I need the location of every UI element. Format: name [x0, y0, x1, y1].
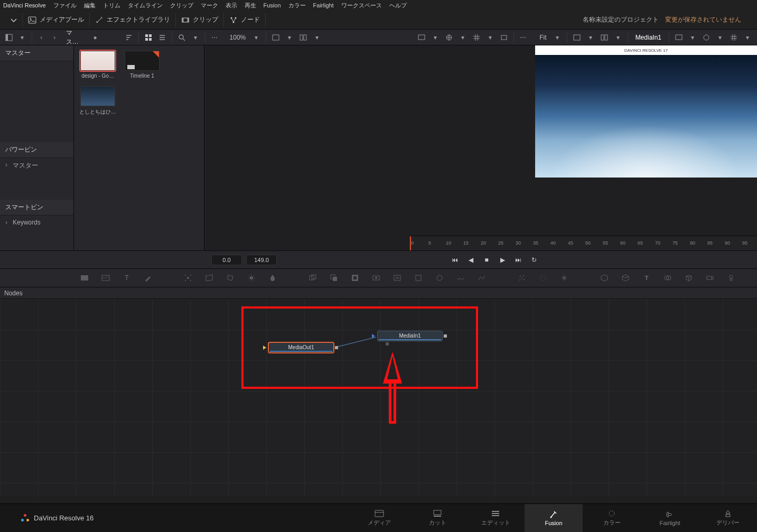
timecode-end[interactable]: 149.0 — [246, 255, 277, 265]
loop-icon[interactable]: ↻ — [529, 255, 539, 265]
blur-tool-icon[interactable] — [267, 273, 278, 283]
mask-rect-tool-icon[interactable] — [307, 273, 318, 283]
cornerpin-tool-icon[interactable] — [225, 273, 236, 283]
chevron-down-icon[interactable]: ▾ — [585, 32, 596, 43]
nav-fwd-icon[interactable]: › — [50, 32, 60, 43]
layout-icon[interactable] — [572, 32, 582, 43]
menu-file[interactable]: ファイル — [53, 2, 77, 10]
sidebar-item-master[interactable]: マスター — [0, 158, 73, 173]
page-cut[interactable]: カット — [408, 504, 466, 532]
tracker-tool-icon[interactable] — [183, 273, 193, 283]
chevron-down-icon[interactable]: ▾ — [284, 32, 295, 43]
menu-app[interactable]: DaVinci Resolve — [3, 2, 46, 8]
merge-tool-icon[interactable] — [329, 273, 339, 283]
menu-color[interactable]: カラー — [288, 2, 306, 10]
node-editor[interactable]: MediaOut1 MediaIn1 — [0, 299, 757, 497]
menu-mark[interactable]: マーク — [201, 2, 218, 10]
more-icon[interactable]: ⋯ — [210, 32, 220, 43]
transform-tool-icon[interactable] — [413, 273, 424, 283]
menu-trim[interactable]: トリム — [103, 2, 120, 10]
menu-playback[interactable]: 再生 — [245, 2, 256, 10]
grid-icon[interactable] — [728, 32, 739, 43]
chevron-down-icon[interactable]: ▾ — [485, 32, 496, 43]
node-mediain1[interactable]: MediaIn1 — [377, 331, 443, 341]
timecode-start[interactable]: 0.0 — [211, 255, 242, 265]
chevron-down-icon[interactable]: ▾ — [190, 32, 201, 43]
viewer-right[interactable]: DAVINCI RESOLVE 17 — [535, 45, 757, 178]
clip-thumbnail[interactable] — [80, 86, 115, 106]
split-icon[interactable] — [298, 32, 309, 43]
screen-icon[interactable] — [416, 32, 427, 43]
page-color[interactable]: カラー — [583, 504, 641, 532]
screen-icon[interactable] — [674, 32, 684, 43]
chevron-down-icon[interactable]: ▾ — [457, 32, 468, 43]
clip-item[interactable]: design - Go… — [79, 51, 116, 79]
chevron-down-icon[interactable]: ▾ — [17, 32, 27, 43]
sidebar-item-keywords[interactable]: Keywords — [0, 216, 73, 229]
chevron-down-icon[interactable]: ▾ — [613, 32, 623, 43]
menu-fairlight[interactable]: Fairlight — [313, 2, 334, 8]
3d-text-icon[interactable]: T — [641, 273, 652, 283]
polyline-tool-icon[interactable] — [476, 273, 487, 283]
chevron-down-icon[interactable]: ▾ — [312, 32, 322, 43]
clip-thumbnail[interactable] — [80, 51, 115, 71]
background-tool-icon[interactable] — [79, 273, 90, 283]
globe-icon[interactable] — [701, 32, 712, 43]
viewer-zoom-right[interactable]: Fit — [537, 34, 548, 41]
chevron-down-icon[interactable]: ▾ — [552, 32, 563, 43]
menu-view[interactable]: 表示 — [226, 2, 237, 10]
clip-thumbnail[interactable] — [125, 51, 160, 71]
layout-icon[interactable] — [270, 32, 281, 43]
brightness-tool-icon[interactable] — [246, 273, 257, 283]
sidebar-section-powerbin[interactable]: パワービン — [0, 142, 73, 158]
page-media[interactable]: メディア — [350, 504, 408, 532]
menu-timeline[interactable]: タイムライン — [128, 2, 163, 10]
frame-icon[interactable] — [499, 32, 509, 43]
menu-edit[interactable]: 編集 — [84, 2, 96, 10]
grid-view-icon[interactable] — [143, 32, 154, 43]
panel-layout-icon[interactable] — [4, 32, 14, 43]
go-first-icon[interactable]: ⏮ — [450, 255, 460, 265]
media-pool[interactable]: design - Go… Timeline 1 としとちはひを … — [74, 45, 204, 250]
viewer-zoom-left[interactable]: 100% — [228, 34, 248, 41]
3d-image-icon[interactable] — [599, 273, 610, 283]
particles-3-icon[interactable] — [559, 273, 569, 283]
matte-tool-icon[interactable] — [350, 273, 360, 283]
sort-icon[interactable] — [124, 32, 134, 43]
chevron-down-icon[interactable]: ▾ — [715, 32, 725, 43]
clips-toggle[interactable]: クリップ — [176, 13, 224, 27]
menu-help[interactable]: ヘルプ — [389, 2, 407, 10]
page-fusion[interactable]: Fusion — [525, 504, 583, 532]
grid-icon[interactable] — [471, 32, 482, 43]
list-view-icon[interactable] — [157, 32, 167, 43]
go-last-icon[interactable]: ⏭ — [513, 255, 523, 265]
planar-tool-icon[interactable] — [204, 273, 214, 283]
node-output-port[interactable] — [335, 346, 338, 349]
node-port[interactable] — [386, 342, 389, 346]
nodes-toggle[interactable]: ノード — [224, 13, 266, 27]
3d-camera-icon[interactable] — [705, 273, 715, 283]
menu-workspace[interactable]: ワークスペース — [341, 2, 382, 10]
particles-1-icon[interactable] — [517, 273, 527, 283]
split-icon[interactable] — [599, 32, 610, 43]
time-ruler[interactable]: 0510152025303540455055606570758085909510… — [409, 236, 757, 250]
chevron-down-icon[interactable]: ▾ — [251, 32, 261, 43]
chevron-down-icon[interactable]: ▾ — [742, 32, 753, 43]
page-deliver[interactable]: デリバー — [699, 504, 757, 532]
page-fairlight[interactable]: Fairlight — [641, 504, 699, 532]
chevron-down-icon[interactable]: ▾ — [687, 32, 698, 43]
breadcrumb[interactable]: マス… — [63, 29, 87, 46]
step-back-icon[interactable]: ◀ — [466, 255, 475, 265]
clip-item[interactable]: Timeline 1 — [124, 51, 161, 79]
play-icon[interactable]: ▶ — [498, 255, 507, 265]
mediapool-toggle[interactable]: メディアプール — [23, 13, 90, 27]
channel-tool-icon[interactable] — [371, 273, 381, 283]
sidebar-section-master[interactable]: マスター — [0, 45, 73, 61]
spline-tool-icon[interactable] — [455, 273, 466, 283]
menu-clip[interactable]: クリップ — [170, 2, 193, 10]
node-output-port[interactable] — [444, 334, 447, 338]
chevron-down-icon[interactable]: ▾ — [430, 32, 441, 43]
node-input-port[interactable] — [372, 334, 375, 338]
nav-back-icon[interactable]: ‹ — [36, 32, 46, 43]
3d-merge-icon[interactable] — [662, 273, 673, 283]
